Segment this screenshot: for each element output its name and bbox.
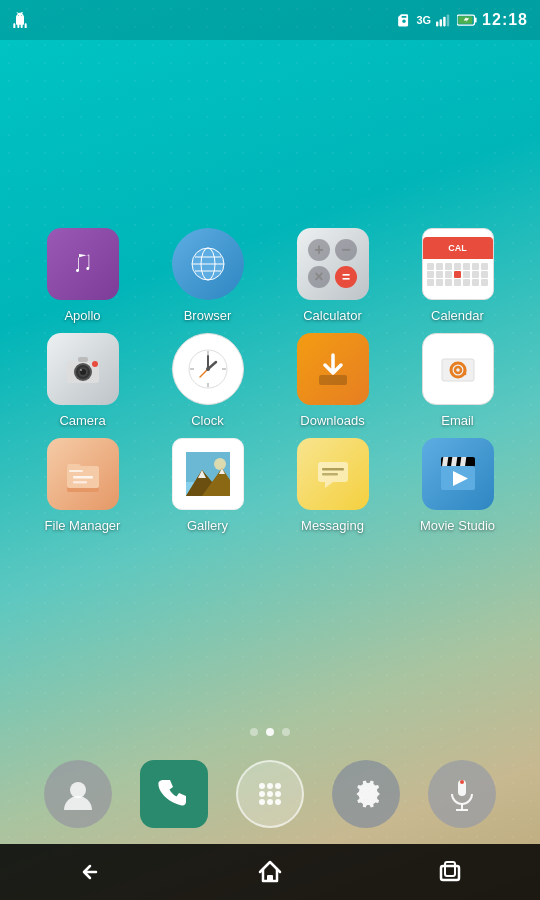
app-item-messaging[interactable]: Messaging xyxy=(283,438,383,533)
app-label-gallery: Gallery xyxy=(187,518,228,533)
app-icon-filemanager xyxy=(47,438,119,510)
svg-point-28 xyxy=(206,367,210,371)
app-icon-camera xyxy=(47,333,119,405)
apps-grid-icon xyxy=(252,776,288,812)
app-icon-messaging xyxy=(297,438,369,510)
android-icon xyxy=(12,12,28,28)
svg-point-41 xyxy=(214,458,226,470)
svg-point-68 xyxy=(460,780,464,784)
app-label-filemanager: File Manager xyxy=(45,518,121,533)
app-icon-downloads xyxy=(297,333,369,405)
app-row-3: File Manager xyxy=(20,438,520,533)
app-item-browser[interactable]: Browser xyxy=(158,228,258,323)
app-item-moviestudio[interactable]: Movie Studio xyxy=(408,438,508,533)
app-icon-browser xyxy=(172,228,244,300)
music-icon xyxy=(61,242,105,286)
app-item-filemanager[interactable]: File Manager xyxy=(33,438,133,533)
status-right: 3G 12:18 xyxy=(397,11,528,29)
svg-rect-71 xyxy=(445,862,455,876)
svg-rect-2 xyxy=(443,17,445,27)
app-label-calendar: Calendar xyxy=(431,308,484,323)
page-dot-3[interactable] xyxy=(282,728,290,736)
signal-icon xyxy=(436,13,452,27)
svg-point-61 xyxy=(275,791,281,797)
dock-phone[interactable] xyxy=(140,760,208,828)
recents-icon xyxy=(436,858,464,886)
app-label-messaging: Messaging xyxy=(301,518,364,533)
svg-rect-70 xyxy=(441,866,459,880)
svg-point-55 xyxy=(70,782,86,798)
svg-rect-69 xyxy=(267,875,273,881)
app-item-clock[interactable]: Clock xyxy=(158,333,258,428)
svg-rect-47 xyxy=(322,468,344,471)
svg-point-59 xyxy=(259,791,265,797)
app-label-downloads: Downloads xyxy=(300,413,364,428)
status-time: 12:18 xyxy=(482,11,528,29)
svg-point-58 xyxy=(275,783,281,789)
status-left xyxy=(12,12,28,28)
app-label-browser: Browser xyxy=(184,308,232,323)
settings-gear-icon xyxy=(348,776,384,812)
svg-rect-3 xyxy=(447,14,449,26)
back-arrow-icon xyxy=(76,858,104,886)
voice-mic-icon xyxy=(444,776,480,812)
phone-icon xyxy=(156,776,192,812)
svg-rect-48 xyxy=(322,473,338,476)
svg-rect-1 xyxy=(440,19,442,26)
app-item-gallery[interactable]: Gallery xyxy=(158,438,258,533)
svg-point-60 xyxy=(267,791,273,797)
app-label-camera: Camera xyxy=(59,413,105,428)
network-type: 3G xyxy=(416,14,431,26)
page-dot-1[interactable] xyxy=(250,728,258,736)
camera-svg xyxy=(61,347,105,391)
svg-rect-36 xyxy=(69,470,83,472)
moviestudio-svg xyxy=(436,452,480,496)
app-label-apollo: Apollo xyxy=(64,308,100,323)
nav-recents-button[interactable] xyxy=(420,852,480,892)
sim-icon xyxy=(397,13,411,27)
app-icon-gallery xyxy=(172,438,244,510)
page-dot-2[interactable] xyxy=(266,728,274,736)
svg-rect-0 xyxy=(436,22,438,27)
app-label-email: Email xyxy=(441,413,474,428)
dock-apps[interactable] xyxy=(236,760,304,828)
svg-rect-37 xyxy=(73,476,93,479)
home-icon xyxy=(256,858,284,886)
battery-icon xyxy=(457,13,477,27)
svg-rect-46 xyxy=(318,462,348,482)
dock-contacts[interactable] xyxy=(44,760,112,828)
svg-point-18 xyxy=(92,361,98,367)
svg-point-57 xyxy=(267,783,273,789)
app-item-camera[interactable]: Camera xyxy=(33,333,133,428)
app-icon-calculator: + − × = xyxy=(297,228,369,300)
svg-rect-29 xyxy=(319,375,347,385)
svg-rect-5 xyxy=(475,18,477,23)
dock-voice[interactable] xyxy=(428,760,496,828)
dock-settings[interactable] xyxy=(332,760,400,828)
clock-svg xyxy=(186,347,230,391)
app-icon-email xyxy=(422,333,494,405)
app-label-moviestudio: Movie Studio xyxy=(420,518,495,533)
nav-home-button[interactable] xyxy=(240,852,300,892)
app-icon-moviestudio xyxy=(422,438,494,510)
app-grid: Apollo Browser + xyxy=(0,40,540,720)
nav-back-button[interactable] xyxy=(60,852,120,892)
email-svg xyxy=(436,347,480,391)
gallery-svg xyxy=(186,452,230,496)
app-item-email[interactable]: Email xyxy=(408,333,508,428)
app-item-calculator[interactable]: + − × = Calculator xyxy=(283,228,383,323)
contacts-icon xyxy=(60,776,96,812)
globe-icon xyxy=(186,242,230,286)
app-item-apollo[interactable]: Apollo xyxy=(33,228,133,323)
app-row-1: Apollo Browser + xyxy=(20,228,520,323)
nav-bar xyxy=(0,844,540,900)
app-row-2: Camera xyxy=(20,333,520,428)
app-icon-clock xyxy=(172,333,244,405)
app-label-clock: Clock xyxy=(191,413,224,428)
svg-point-62 xyxy=(259,799,265,805)
svg-point-63 xyxy=(267,799,273,805)
app-item-calendar[interactable]: CAL xyxy=(408,228,508,323)
status-bar: 3G 12:18 xyxy=(0,0,540,40)
svg-point-64 xyxy=(275,799,281,805)
app-item-downloads[interactable]: Downloads xyxy=(283,333,383,428)
